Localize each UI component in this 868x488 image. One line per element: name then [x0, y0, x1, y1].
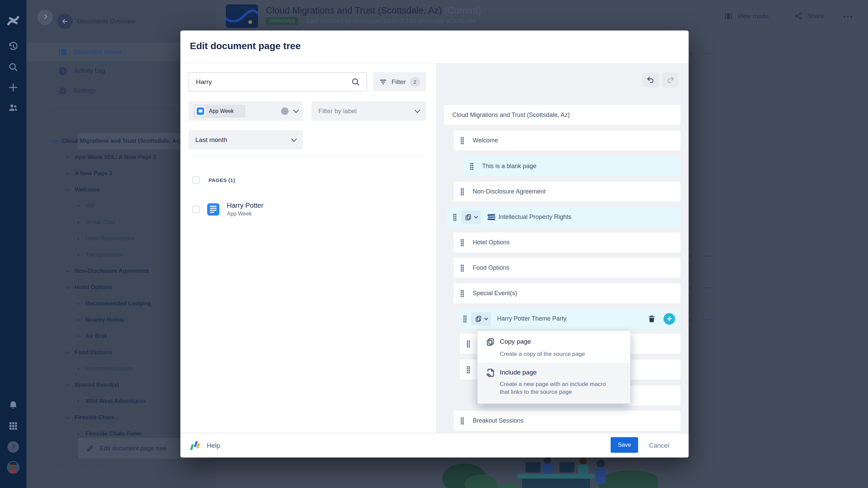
clear-select-icon[interactable]	[281, 107, 289, 115]
sidebar-item-activity-log[interactable]: Activity Log	[58, 62, 105, 80]
document-viewer-icon	[58, 47, 68, 57]
gear-icon	[58, 86, 68, 96]
modal-footer: Help Save Cancel	[180, 433, 689, 458]
document-thumbnail	[226, 4, 258, 28]
copy-icon	[465, 214, 472, 221]
tree-root-row: Cloud Migrations and Trust (Scottsdale, …	[444, 105, 680, 125]
history-icon[interactable]	[0, 41, 26, 52]
k15t-logo-icon	[189, 440, 201, 451]
tree-panel: Cloud Migrations and Trust (Scottsdale, …	[436, 63, 689, 433]
more-icon: •••	[704, 50, 713, 57]
tree-row-harry-potter-theme-party[interactable]: Harry Potter Theme Party +	[457, 309, 680, 329]
app-week-chip[interactable]: App Week	[193, 105, 245, 118]
tree-row[interactable]: Hotel Options	[454, 232, 680, 252]
sidebar-item-label: Settings	[74, 87, 96, 94]
page-meta: APPROVED , Last modified by Anshuman Das…	[266, 17, 475, 25]
view-mode-button[interactable]: View mode	[724, 12, 769, 21]
modal-title: Edit document page tree	[190, 41, 301, 52]
activity-log-icon	[58, 66, 68, 76]
page-title: Cloud Migrations and Trust (Scottsdale, …	[266, 5, 481, 16]
date-filter-select[interactable]: Last month	[189, 130, 303, 149]
page-list-item[interactable]: Harry Potter App Week	[192, 202, 263, 217]
search-icon[interactable]	[351, 77, 360, 87]
edit-page-tree-modal: Edit document page tree Filter 2	[180, 30, 689, 458]
undo-button[interactable]	[643, 73, 659, 87]
tree-row[interactable]: Food Options	[454, 258, 680, 278]
drag-handle-icon[interactable]	[453, 214, 456, 221]
redo-button[interactable]	[662, 73, 678, 87]
version-history-toggle[interactable]: VERSION HISTORY	[54, 468, 200, 474]
page-title: Harry Potter	[227, 202, 263, 209]
app-switcher-icon[interactable]	[0, 421, 26, 431]
drag-handle-icon[interactable]	[460, 264, 464, 272]
drag-handle-icon[interactable]	[460, 417, 464, 425]
books-icon	[487, 213, 496, 221]
share-button[interactable]: Share	[794, 12, 824, 20]
menu-item-copy-page[interactable]: Copy page Create a copy of the source pa…	[477, 331, 630, 363]
drag-handle-icon[interactable]	[467, 366, 470, 373]
search-icon[interactable]	[0, 62, 26, 73]
sidebar-item-settings[interactable]: Settings	[58, 81, 96, 100]
label-filter-select[interactable]: Filter by label	[312, 101, 426, 121]
left-rail: ?	[0, 0, 26, 488]
select-all-checkbox[interactable]	[192, 176, 200, 184]
save-button[interactable]: Save	[611, 437, 638, 453]
undo-icon	[646, 76, 655, 84]
filter-button[interactable]: Filter 2	[373, 72, 426, 92]
copy-mode-dropdown[interactable]	[461, 210, 481, 224]
drag-handle-icon[interactable]	[463, 315, 467, 323]
people-icon[interactable]	[0, 102, 26, 113]
left-pane-divider	[189, 157, 426, 157]
search-input-wrap	[189, 72, 367, 92]
tree-row[interactable]: This is a blank page	[463, 156, 680, 176]
help-link[interactable]: Help	[189, 433, 220, 458]
add-page-button[interactable]: +	[664, 313, 675, 325]
help-label: Help	[207, 442, 220, 449]
chip-label: App Week	[209, 108, 234, 114]
edit-page-tree-label: Edit document page tree	[100, 445, 166, 452]
document-filter-select[interactable]: App Week	[189, 101, 303, 121]
drag-handle-icon[interactable]	[460, 188, 464, 196]
back-to-overview[interactable]: Documents Overview	[57, 14, 135, 29]
page-checkbox[interactable]	[192, 206, 200, 213]
tree-row[interactable]: Special Event(s)	[454, 283, 680, 303]
pages-header: PAGES (1)	[192, 176, 235, 184]
drag-handle-icon[interactable]	[460, 290, 464, 297]
chevron-down-icon	[415, 107, 420, 113]
tree-row[interactable]: Welcome	[454, 130, 680, 150]
copy-icon	[486, 337, 495, 347]
app-root: ? Documents Overview	[0, 0, 868, 488]
drag-handle-icon[interactable]	[470, 163, 473, 170]
drag-handle-icon[interactable]	[460, 239, 464, 246]
notifications-icon[interactable]	[0, 400, 26, 411]
cancel-button[interactable]: Cancel	[649, 433, 669, 458]
drag-handle-icon[interactable]	[467, 340, 470, 348]
confluence-logo-icon[interactable]	[0, 14, 26, 27]
version-history-label: VERSION HISTORY	[54, 468, 103, 474]
trash-icon[interactable]	[647, 314, 656, 323]
chip-remove-icon[interactable]	[237, 109, 241, 113]
filter-icon	[379, 78, 387, 86]
page-doc-icon	[207, 203, 219, 216]
tree-row[interactable]: Non-Disclosure Agreement	[454, 182, 680, 202]
sidebar-item-label: Document Viewer	[74, 48, 122, 56]
filter-count-badge: 2	[410, 77, 420, 87]
page-title-suffix: (Current)	[445, 5, 481, 16]
include-page-icon	[486, 368, 495, 378]
sidebar-collapse-button[interactable]	[37, 9, 53, 25]
create-icon[interactable]	[0, 82, 26, 93]
background-illustration	[441, 458, 658, 488]
avatar[interactable]	[0, 461, 26, 474]
help-icon[interactable]: ?	[0, 441, 26, 453]
more-icon[interactable]: •••	[843, 13, 853, 21]
tree-row[interactable]: Breakout Sessions	[454, 411, 680, 431]
status-badge: APPROVED	[266, 17, 298, 25]
tree-root-label: Cloud Migrations and Trust (Scottsdale, …	[452, 111, 570, 119]
drag-handle-icon[interactable]	[460, 137, 464, 144]
search-input[interactable]	[195, 78, 346, 86]
copy-mode-dropdown[interactable]	[471, 312, 491, 326]
copy-context-menu: Copy page Create a copy of the source pa…	[477, 331, 630, 404]
pages-heading: PAGES (1)	[209, 177, 235, 183]
menu-item-include-page[interactable]: Include page Create a new page with an i…	[477, 363, 630, 404]
tree-row[interactable]: Intellectual Property Rights	[447, 207, 680, 227]
